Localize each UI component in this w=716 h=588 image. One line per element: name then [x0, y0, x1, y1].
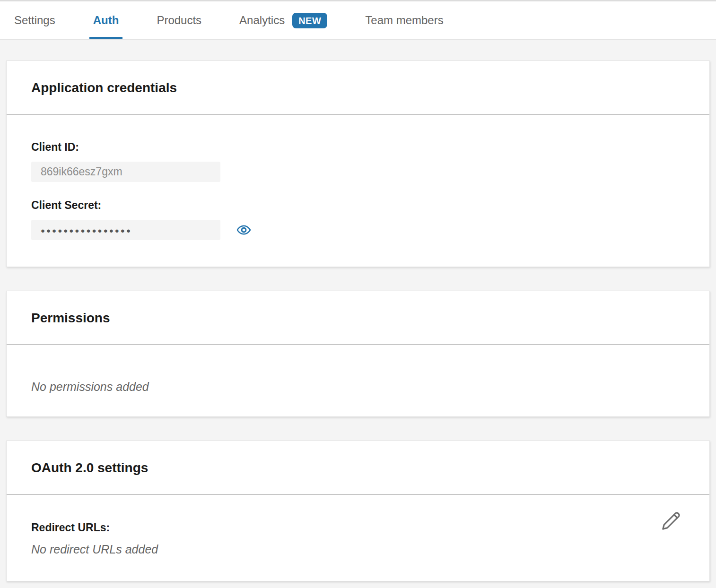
tab-team-members-label: Team members: [365, 14, 443, 27]
tab-bar: Settings Auth Products Analytics NEW Tea…: [0, 0, 716, 40]
tab-auth[interactable]: Auth: [89, 1, 123, 39]
edit-redirect-urls-button[interactable]: [660, 510, 682, 533]
redirect-urls-empty-text: No redirect URLs added: [31, 543, 685, 556]
client-id-label: Client ID:: [31, 141, 685, 154]
tab-products-label: Products: [157, 14, 201, 27]
new-badge: NEW: [292, 13, 327, 28]
reveal-secret-button[interactable]: [236, 223, 251, 237]
client-secret-field[interactable]: ●●●●●●●●●●●●●●●●: [31, 220, 220, 240]
client-id-value: 869ik66esz7gxm: [41, 165, 122, 178]
main-content: Application credentials Client ID: 869ik…: [0, 40, 716, 588]
tab-products[interactable]: Products: [153, 1, 205, 39]
application-credentials-title: Application credentials: [7, 61, 709, 115]
permissions-empty-text: No permissions added: [31, 380, 685, 394]
tab-auth-label: Auth: [93, 14, 119, 27]
client-secret-masked-value: ●●●●●●●●●●●●●●●●: [41, 226, 132, 234]
client-id-field[interactable]: 869ik66esz7gxm: [31, 162, 220, 182]
application-credentials-body: Client ID: 869ik66esz7gxm Client Secret:…: [7, 115, 709, 267]
permissions-body: No permissions added: [7, 345, 709, 416]
tab-analytics[interactable]: Analytics NEW: [236, 1, 331, 39]
oauth-settings-body: Redirect URLs: No redirect URLs added: [7, 495, 709, 581]
tab-team-members[interactable]: Team members: [361, 1, 447, 39]
eye-icon: [236, 223, 251, 237]
redirect-urls-label: Redirect URLs:: [31, 521, 685, 534]
tab-settings[interactable]: Settings: [10, 1, 59, 39]
oauth-settings-card: OAuth 2.0 settings Redirect URLs: No red…: [6, 441, 710, 581]
permissions-title: Permissions: [7, 291, 709, 345]
application-credentials-card: Application credentials Client ID: 869ik…: [6, 61, 710, 267]
permissions-card: Permissions No permissions added: [6, 291, 710, 417]
pencil-icon: [660, 510, 682, 532]
client-secret-row: ●●●●●●●●●●●●●●●●: [31, 220, 685, 240]
tab-analytics-label: Analytics: [239, 14, 285, 27]
client-secret-label: Client Secret:: [31, 199, 685, 212]
oauth-settings-title: OAuth 2.0 settings: [7, 441, 709, 495]
tab-settings-label: Settings: [14, 14, 55, 27]
